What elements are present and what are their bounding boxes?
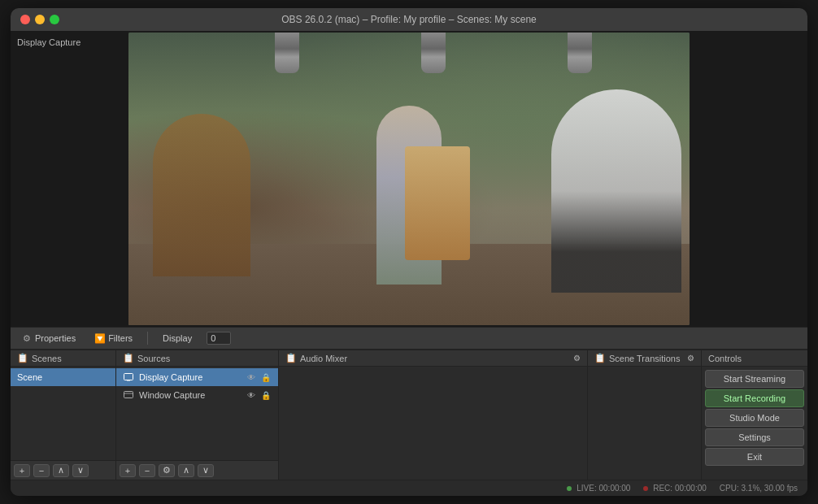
live-indicator: LIVE: 00:00:00 [567,484,630,493]
sources-panel-icon: 📋 [123,353,134,363]
transitions-header-icon: 📋 [594,353,606,363]
preview-area: Display Capture [11,31,807,327]
source-label-1: Window Capture [139,390,205,400]
rec-indicator: REC: 00:00:00 [643,484,706,493]
exit-button[interactable]: Exit [705,448,804,466]
scenes-up-button[interactable]: ∧ [53,464,69,477]
sources-up-button[interactable]: ∧ [178,464,194,477]
source-1-lock-icon[interactable]: 🔒 [260,389,272,401]
preview-canvas [128,33,690,325]
sources-panel-header: 📋 Sources [116,350,278,367]
properties-button[interactable]: ⚙ Properties [17,332,80,345]
scenes-list: Scene [11,367,115,460]
toolbar-separator [147,332,148,345]
live-time: 00:00:00 [598,484,630,493]
audio-mixer-content [279,367,587,480]
scene-item-0[interactable]: Scene [11,368,115,386]
source-1-eye-icon[interactable]: 👁 [246,389,257,401]
svg-rect-2 [124,392,133,398]
controls-panel: Controls Start Streaming Start Recording… [702,350,807,480]
obs-window: OBS 26.0.2 (mac) – Profile: My profile –… [11,8,807,496]
live-label: LIVE: [577,484,596,493]
maximize-button[interactable] [50,15,59,24]
bottom-panels: 📋 Scenes Scene + − ∧ ∨ 📋 Sources [11,350,807,480]
display-capture-overlay-label: Display Capture [17,37,80,47]
filter-icon: 🔽 [95,333,105,343]
transitions-content [588,367,701,480]
source-lock-icon[interactable]: 🔒 [260,371,272,383]
start-recording-button[interactable]: Start Recording [705,389,804,407]
scenes-footer: + − ∧ ∨ [11,460,115,480]
toolbar: ⚙ Properties 🔽 Filters Display [11,327,807,350]
studio-mode-button[interactable]: Studio Mode [705,409,804,427]
settings-button[interactable]: Settings [705,428,804,446]
source-item-1[interactable]: Window Capture 👁 🔒 [116,386,278,404]
properties-label: Properties [35,333,76,343]
transitions-header: 📋 Scene Transitions ⚙ [588,350,701,367]
rec-label: REC: [653,484,672,493]
scene-label-0: Scene [17,372,42,382]
source-1-actions: 👁 🔒 [246,389,272,401]
person-right [551,89,681,293]
sources-list: Display Capture 👁 🔒 Window Capture [116,367,278,460]
close-button[interactable] [20,15,30,24]
window-icon [123,389,134,401]
scenes-panel-header: 📋 Scenes [11,350,115,367]
controls-title: Controls [708,354,742,363]
transitions-options-icon[interactable]: ⚙ [687,354,694,363]
controls-content: Start Streaming Start Recording Studio M… [702,367,807,480]
sources-remove-button[interactable]: − [139,464,155,477]
filters-label: Filters [108,333,133,343]
person-left [153,114,250,276]
start-streaming-button[interactable]: Start Streaming [705,370,804,388]
display-value-input[interactable] [207,332,231,345]
lamp-3 [568,33,592,73]
sources-panel: 📋 Sources Display Capture 👁 🔒 [116,350,279,480]
audio-header-icon: 📋 [285,353,297,363]
transitions-title: Scene Transitions [609,354,680,363]
source-eye-icon[interactable]: 👁 [246,371,257,383]
sources-add-button[interactable]: + [120,464,136,477]
rec-dot [643,486,648,491]
sources-panel-title: Sources [137,354,170,363]
audio-mixer-title: Audio Mixer [300,354,347,363]
sources-down-button[interactable]: ∨ [198,464,214,477]
sources-footer: + − ⚙ ∧ ∨ [116,460,278,480]
window-title: OBS 26.0.2 (mac) – Profile: My profile –… [281,14,536,25]
filters-button[interactable]: 🔽 Filters [90,332,137,345]
scenes-add-button[interactable]: + [14,464,30,477]
source-0-actions: 👁 🔒 [246,371,272,383]
scenes-panel: 📋 Scenes Scene + − ∧ ∨ [11,350,116,480]
sources-settings-button[interactable]: ⚙ [159,464,175,477]
audio-mixer-header: 📋 Audio Mixer ⚙ [279,350,587,367]
easel [405,146,470,260]
gear-icon: ⚙ [22,333,32,343]
scenes-remove-button[interactable]: − [33,464,50,477]
scenes-panel-icon: 📋 [17,353,28,363]
live-dot [567,486,572,491]
svg-rect-0 [124,374,133,380]
audio-mixer-panel: 📋 Audio Mixer ⚙ [279,350,588,480]
traffic-lights [20,15,59,24]
controls-header: Controls [702,350,807,367]
lamp-1 [275,33,299,73]
source-item-0[interactable]: Display Capture 👁 🔒 [116,368,278,386]
audio-mixer-options-icon[interactable]: ⚙ [573,354,581,363]
scenes-down-button[interactable]: ∨ [72,464,89,477]
monitor-icon [123,371,134,383]
scene-transitions-panel: 📋 Scene Transitions ⚙ [588,350,702,480]
rec-time: 00:00:00 [675,484,707,493]
cpu-indicator: CPU: 3.1%, 30.00 fps [720,484,798,493]
scenes-panel-title: Scenes [32,354,62,363]
titlebar: OBS 26.0.2 (mac) – Profile: My profile –… [11,8,807,31]
status-bar: LIVE: 00:00:00 REC: 00:00:00 CPU: 3.1%, … [11,480,807,496]
display-label: Display [158,332,197,345]
display-text: Display [163,333,192,343]
minimize-button[interactable] [35,15,45,24]
source-label-0: Display Capture [139,372,202,382]
lamp-2 [421,33,446,73]
